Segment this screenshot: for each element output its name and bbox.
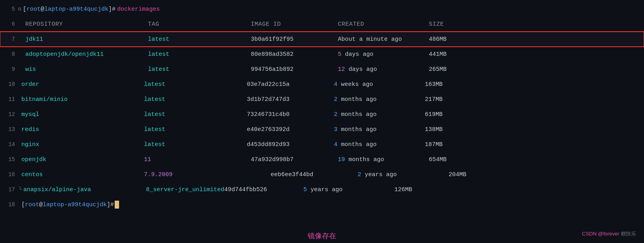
prompt-end-line[interactable]: 18 [root@laptop-a99t4quc jdk]#	[0, 197, 644, 212]
col-id-anapsix: 49d744fbb526	[224, 186, 303, 193]
col-repo-openjdk: openjdk	[21, 156, 144, 163]
prompt-at: @	[41, 6, 44, 13]
command-line: 5 ⊟ [root@laptop-a99t4quc jdk]# docker i…	[0, 2, 644, 17]
col-size-nginx: 187MB	[425, 141, 464, 148]
watermark-slogan: 都快乐	[621, 231, 636, 237]
prompt-host: laptop-a99t4quc	[44, 6, 98, 13]
col-repo-nginx: nginx	[21, 141, 144, 148]
line-number-15: 15	[3, 156, 15, 163]
cursor-block	[115, 201, 119, 209]
col-id-adoptopenjdk: 80e898ad3582	[251, 51, 338, 58]
data-row-wis: 9 wis latest 994756a1b892 12 days ago 26…	[0, 62, 644, 77]
line-number-10: 10	[3, 81, 15, 87]
col-id-redis: e40e2763392d	[247, 126, 334, 133]
col-created-nginx: 4 months ago	[334, 141, 425, 148]
data-row-centos: 16 centos 7.9.2009 eeb6ee3f44bd 2 years …	[0, 167, 644, 182]
prompt-end-bracket: [	[21, 201, 25, 208]
line-number-7: 7	[3, 36, 15, 42]
col-size-adoptopenjdk: 441MB	[429, 51, 468, 58]
watermark-brand: CSDN @forever	[582, 231, 619, 237]
prompt-end-host: laptop-a99t4quc	[43, 201, 96, 208]
prompt-end-at: @	[39, 201, 43, 208]
col-header-created: CREATED	[338, 21, 429, 28]
col-repo-centos: centos	[21, 171, 144, 178]
col-id-bitnami: 3d1b72d747d3	[247, 96, 334, 103]
col-header-size: SIZE	[429, 21, 468, 28]
data-row-order: 10 order latest 03e7ad22c15a 4 weeks ago…	[0, 77, 644, 92]
col-tag-mysql: latest	[144, 111, 247, 118]
prompt-bracket-close: ]	[108, 6, 112, 13]
col-created-centos: 2 years ago	[358, 171, 449, 178]
col-created-bitnami: 2 months ago	[334, 96, 425, 103]
bottom-label: 镜像存在	[308, 232, 336, 240]
watermark: CSDN @forever 都快乐	[582, 230, 636, 237]
prompt-dir: jdk	[98, 6, 108, 13]
col-tag-wis: latest	[148, 66, 251, 73]
col-size-wis: 265MB	[429, 66, 468, 73]
terminal-content: 5 ⊟ [root@laptop-a99t4quc jdk]# docker i…	[0, 0, 644, 227]
prompt-end-user: root	[25, 201, 39, 208]
bottom-bar: 镜像存在	[0, 227, 644, 243]
col-header-tag: TAG	[148, 21, 251, 28]
col-repo-jdk11: jdk11	[25, 36, 148, 43]
line-number-6: 6	[3, 21, 15, 27]
prompt-hash: #	[112, 6, 116, 13]
col-created-jdk11: About a minute ago	[338, 36, 429, 43]
col-tag-redis: latest	[144, 126, 247, 133]
col-size-redis: 138MB	[425, 126, 464, 133]
line-number-13: 13	[3, 126, 15, 133]
col-id-centos: eeb6ee3f44bd	[271, 171, 358, 178]
header-line: 6 REPOSITORY TAG IMAGE ID CREATED SIZE	[0, 17, 644, 32]
line-number-8: 8	[3, 51, 15, 57]
prompt-end-bracket-close: ]	[107, 201, 110, 208]
col-tag-adoptopenjdk: latest	[148, 51, 251, 58]
line-number-14: 14	[3, 141, 15, 148]
data-row-mysql: 12 mysql latest 73246731c4b0 2 months ag…	[0, 107, 644, 122]
prompt-end-dir: jdk	[96, 201, 107, 208]
col-tag-centos: 7.9.2009	[144, 171, 247, 178]
data-row-bitnami: 11 bitnami/minio latest 3d1b72d747d3 2 m…	[0, 92, 644, 107]
col-repo-anapsix: anapsix/alpine-java	[23, 186, 146, 193]
col-tag-bitnami: latest	[144, 96, 247, 103]
cmd-images: images	[138, 6, 160, 13]
col-repo-mysql: mysql	[21, 111, 144, 118]
col-id-nginx: d453dd892d93	[247, 141, 334, 148]
data-row-adoptopenjdk: 8 adoptopenjdk/openjdk11 latest 80e898ad…	[0, 47, 644, 62]
terminal: 5 ⊟ [root@laptop-a99t4quc jdk]# docker i…	[0, 0, 644, 243]
collapse-icon-5: ⊟	[18, 6, 21, 12]
col-id-openjdk: 47a932d998b7	[251, 156, 338, 163]
line-number-9: 9	[3, 66, 15, 72]
col-size-centos: 204MB	[449, 171, 488, 178]
col-tag-jdk11: latest	[148, 36, 251, 43]
col-created-mysql: 2 months ago	[334, 111, 425, 118]
col-created-redis: 3 months ago	[334, 126, 425, 133]
col-created-openjdk: 19 months ago	[338, 156, 429, 163]
col-size-mysql: 619MB	[425, 111, 464, 118]
col-repo-order: order	[21, 81, 144, 88]
col-size-openjdk: 654MB	[429, 156, 468, 163]
line-number-16: 16	[3, 171, 15, 178]
col-tag-order: latest	[144, 81, 247, 88]
cmd-docker: docker	[117, 6, 138, 13]
data-row-nginx: 14 nginx latest d453dd892d93 4 months ag…	[0, 137, 644, 152]
line-number-11: 11	[3, 96, 15, 103]
data-row-jdk11: 7 jdk11 latest 3b0a61f92f95 About a minu…	[0, 32, 644, 47]
col-created-wis: 12 days ago	[338, 66, 429, 73]
col-header-repo: REPOSITORY	[25, 21, 148, 28]
col-created-order: 4 weeks ago	[334, 81, 425, 88]
prompt-bracket: [	[23, 6, 27, 13]
col-created-adoptopenjdk: 5 days ago	[338, 51, 429, 58]
line-number-17: 17	[3, 186, 15, 193]
line-number-18: 18	[3, 201, 15, 208]
col-id-mysql: 73246731c4b0	[247, 111, 334, 118]
col-size-anapsix: 126MB	[394, 186, 434, 193]
col-size-jdk11: 486MB	[429, 36, 468, 43]
col-id-jdk11: 3b0a61f92f95	[251, 36, 338, 43]
prompt-end-hash: #	[110, 201, 114, 208]
line-number-12: 12	[3, 111, 15, 118]
col-repo-wis: wis	[25, 66, 148, 73]
col-created-anapsix: 5 years ago	[303, 186, 394, 193]
col-repo-redis: redis	[21, 126, 144, 133]
dash-line-17: └	[18, 186, 22, 193]
line-number-5: 5	[3, 6, 15, 12]
